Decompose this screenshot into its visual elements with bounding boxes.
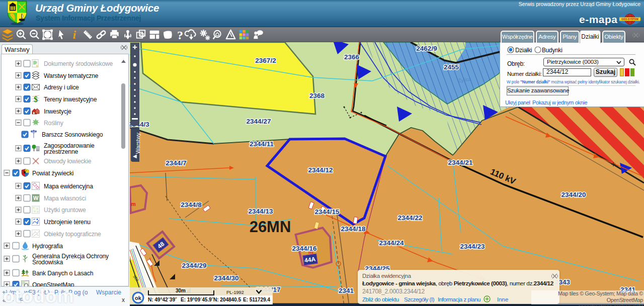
svg-text:GEO-SYSTEM: GEO-SYSTEM [621, 18, 638, 21]
svg-text:Środowiska: Środowiska [32, 258, 63, 266]
svg-text:Obwody łowieckie: Obwody łowieckie [44, 158, 92, 165]
svg-text:2344/24: 2344/24 [379, 239, 404, 247]
svg-text:2344/8: 2344/8 [181, 201, 202, 209]
svg-text:$: $ [34, 95, 38, 104]
svg-text:Adresy i ulice: Adresy i ulice [44, 84, 79, 91]
svg-text:2344/29: 2344/29 [182, 262, 207, 269]
svg-text:ok: ok [135, 295, 142, 301]
svg-text:2344/27: 2344/27 [247, 118, 271, 125]
svg-text:26MN: 26MN [250, 218, 291, 236]
svg-text:2344/15: 2344/15 [315, 208, 340, 216]
svg-text:Barszcz Sosnowskiego: Barszcz Sosnowskiego [42, 131, 103, 138]
svg-text:2344/30: 2344/30 [214, 274, 239, 282]
svg-text:W: W [33, 195, 39, 201]
svg-text:Hydrografia: Hydrografia [32, 243, 63, 250]
svg-text:Uzbrojenie terenu: Uzbrojenie terenu [44, 219, 91, 226]
svg-text:Tereny inwestycyjne: Tereny inwestycyjne [44, 96, 97, 103]
svg-text:Warstwy tematyczne: Warstwy tematyczne [44, 72, 99, 79]
svg-text:Użytki gruntowe: Użytki gruntowe [44, 207, 86, 214]
svg-text:2344/16: 2344/16 [292, 245, 317, 252]
svg-text:Rośliny: Rośliny [44, 120, 64, 127]
svg-text:2462/9: 2462/9 [416, 45, 437, 52]
svg-text:2344/12: 2344/12 [308, 166, 333, 174]
svg-text:2344/7: 2344/7 [166, 159, 186, 167]
svg-text:Mapa ewidencyjna: Mapa ewidencyjna [44, 183, 93, 190]
svg-text:Mapa własności: Mapa własności [44, 195, 86, 202]
svg-text:?: ? [177, 29, 183, 42]
svg-text:2344/18: 2344/18 [341, 225, 366, 233]
svg-text:2344/13: 2344/13 [249, 208, 273, 215]
svg-text:2455: 2455 [444, 63, 459, 71]
svg-text:2367/2: 2367/2 [255, 57, 276, 64]
svg-text:2341: 2341 [339, 287, 354, 294]
svg-text:Obiekty topograficzne: Obiekty topograficzne [44, 231, 101, 238]
svg-text:i: i [73, 29, 76, 41]
svg-text:Powiat żywiecki: Powiat żywiecki [32, 170, 73, 177]
svg-text:Inwestycje: Inwestycje [44, 108, 71, 115]
svg-text:Bank Danych o Lasach: Bank Danych o Lasach [32, 270, 93, 277]
svg-text:Dokumenty środowiskowe: Dokumenty środowiskowe [44, 60, 113, 67]
svg-text:2344/23: 2344/23 [460, 243, 485, 250]
svg-text:m: m [131, 201, 136, 207]
svg-text:przestrzenne: przestrzenne [44, 148, 78, 155]
svg-text:2344/11: 2344/11 [250, 140, 274, 148]
svg-text:2344/20: 2344/20 [561, 191, 586, 198]
svg-text:2368: 2368 [309, 92, 325, 99]
svg-text:2344/21: 2344/21 [448, 159, 473, 166]
svg-text:2344/22: 2344/22 [398, 214, 423, 222]
svg-text:2366: 2366 [344, 53, 360, 61]
